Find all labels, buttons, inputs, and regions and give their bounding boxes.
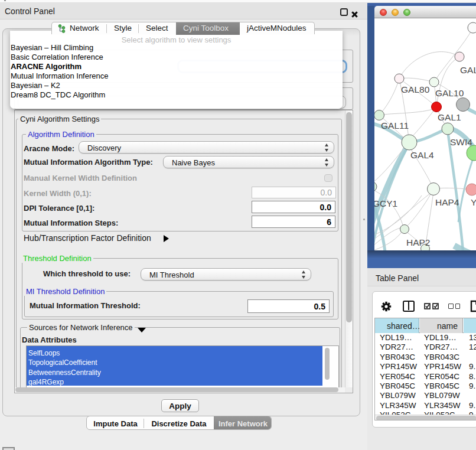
svg-text:HAP4: HAP4 [435,197,459,207]
svg-text:GAL80: GAL80 [401,84,430,94]
svg-text:GAL11: GAL11 [381,120,409,131]
svg-text:GAL10: GAL10 [435,88,464,98]
svg-text:HAP2: HAP2 [406,237,431,247]
svg-text:GAL: GAL [460,65,476,75]
svg-text:SWI4: SWI4 [450,137,472,147]
svg-text:GAL4: GAL4 [410,150,434,160]
svg-text:GCY1: GCY1 [374,198,397,208]
svg-text:Y: Y [471,197,476,207]
svg-text:GAL1: GAL1 [438,112,461,122]
